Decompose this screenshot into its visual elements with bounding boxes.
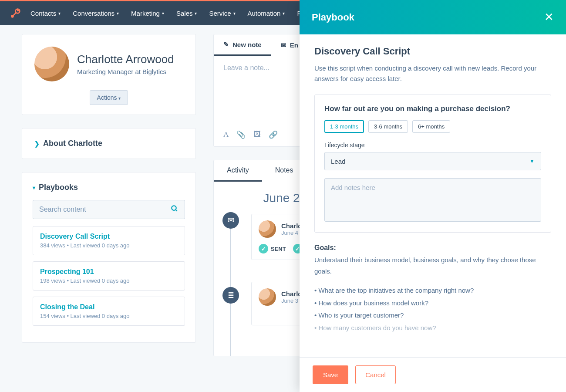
email-icon: ✉ bbox=[281, 41, 286, 49]
nav-marketing[interactable]: Marketing▾ bbox=[131, 10, 164, 17]
about-card[interactable]: ❯ About Charlotte bbox=[22, 128, 196, 159]
question-bullets: • What are the top initiatives at the co… bbox=[314, 284, 551, 334]
question-text: How far out are you on making a purchase… bbox=[324, 105, 541, 113]
svg-line-6 bbox=[175, 210, 177, 211]
note-icon: ≣ bbox=[222, 287, 239, 304]
avatar bbox=[259, 220, 276, 238]
playbook-item[interactable]: Closing the Deal 154 views • Last viewed… bbox=[33, 297, 185, 326]
goals-label: Goals: bbox=[314, 244, 551, 252]
script-title: Discovery Call Script bbox=[314, 46, 551, 57]
chevron-down-icon: ▾ bbox=[118, 96, 121, 101]
chip-option[interactable]: 6+ months bbox=[412, 120, 450, 133]
search-input[interactable] bbox=[39, 206, 171, 213]
pencil-icon: ✎ bbox=[223, 41, 229, 48]
nav-automation[interactable]: Automation▾ bbox=[248, 10, 285, 17]
playbook-item-title: Discovery Call Script bbox=[40, 233, 178, 240]
bullet-item: • What are the top initiatives at the co… bbox=[314, 284, 551, 297]
playbook-item[interactable]: Discovery Call Script 384 views • Last v… bbox=[33, 226, 185, 255]
chevron-down-icon: ▾ bbox=[162, 11, 164, 16]
nav-sales[interactable]: Sales▾ bbox=[176, 10, 197, 17]
contact-subtitle: Marketing Manager at Biglytics bbox=[77, 68, 174, 75]
chevron-down-icon: ▾ bbox=[283, 11, 285, 16]
playbook-item-title: Closing the Deal bbox=[40, 303, 178, 311]
actions-button[interactable]: Actions ▾ bbox=[90, 90, 128, 105]
playbooks-search[interactable] bbox=[33, 200, 185, 219]
bullet-item: • How many customers do you have now? bbox=[314, 322, 551, 335]
bullet-item: • Who is your target customer? bbox=[314, 309, 551, 322]
text-style-icon[interactable]: A bbox=[223, 130, 229, 139]
playbooks-title: Playbooks bbox=[39, 183, 78, 192]
search-icon[interactable] bbox=[171, 205, 179, 215]
nav-contacts[interactable]: Contacts▾ bbox=[30, 10, 61, 17]
playbook-item-meta: 198 views • Last viewed 0 days ago bbox=[40, 277, 178, 284]
chevron-down-icon: ▾ bbox=[117, 11, 119, 16]
avatar bbox=[259, 288, 276, 306]
playbook-item-meta: 154 views • Last viewed 0 days ago bbox=[40, 313, 178, 319]
chevron-down-icon: ▾ bbox=[58, 11, 61, 16]
lifecycle-stage-select[interactable]: Lead ▼ bbox=[324, 152, 541, 170]
email-icon: ✉ bbox=[222, 212, 239, 229]
attachment-icon[interactable]: 📎 bbox=[236, 130, 246, 139]
chevron-down-icon: ▾ bbox=[195, 11, 197, 16]
contact-header-card: Charlotte Arrowood Marketing Manager at … bbox=[22, 34, 196, 115]
svg-point-5 bbox=[172, 206, 176, 210]
select-value: Lead bbox=[331, 158, 345, 165]
link-icon[interactable]: 🔗 bbox=[269, 130, 278, 139]
question-card: How far out are you on making a purchase… bbox=[314, 95, 551, 233]
goals-text: Understand their business model, busines… bbox=[314, 254, 551, 277]
chip-option[interactable]: 3-6 months bbox=[368, 120, 408, 133]
nav-conversations[interactable]: Conversations▾ bbox=[73, 10, 119, 17]
image-icon[interactable]: 🖼 bbox=[253, 130, 261, 139]
avatar bbox=[34, 47, 69, 81]
playbooks-card: ▾ Playbooks Discovery Call Script 384 vi… bbox=[22, 172, 196, 343]
chevron-right-icon: ❯ bbox=[34, 140, 40, 147]
chevron-down-icon[interactable]: ▾ bbox=[33, 185, 35, 191]
notes-textarea[interactable]: Add notes here bbox=[324, 178, 541, 222]
nav-service[interactable]: Service▾ bbox=[209, 10, 235, 17]
playbook-item-meta: 384 views • Last viewed 0 days ago bbox=[40, 242, 178, 249]
about-title: About Charlotte bbox=[43, 139, 102, 148]
playbook-side-panel: Playbook ✕ Discovery Call Script Use thi… bbox=[300, 0, 566, 392]
chip-option[interactable]: 1-3 months bbox=[324, 120, 364, 133]
chevron-down-icon: ▼ bbox=[529, 158, 535, 164]
hubspot-logo-icon bbox=[9, 7, 22, 20]
playbook-item[interactable]: Prospecting 101 198 views • Last viewed … bbox=[33, 261, 185, 291]
check-icon: ✓ bbox=[259, 244, 268, 253]
contact-name: Charlotte Arrowood bbox=[77, 53, 174, 66]
status-badge-sent: ✓SENT bbox=[259, 244, 286, 253]
lifecycle-stage-label: Lifecycle stage bbox=[324, 142, 541, 149]
script-description: Use this script when conducting a discov… bbox=[314, 63, 551, 84]
tab-new-note[interactable]: ✎ New note bbox=[214, 34, 271, 56]
panel-title: Playbook bbox=[312, 12, 354, 23]
chevron-down-icon: ▾ bbox=[233, 11, 236, 16]
save-button[interactable]: Save bbox=[313, 365, 348, 384]
bullet-item: • How does your business model work? bbox=[314, 297, 551, 310]
playbook-item-title: Prospecting 101 bbox=[40, 268, 178, 276]
close-icon[interactable]: ✕ bbox=[544, 10, 554, 24]
cancel-button[interactable]: Cancel bbox=[355, 365, 396, 384]
tab-activity[interactable]: Activity bbox=[214, 160, 262, 182]
svg-line-2 bbox=[13, 12, 17, 15]
